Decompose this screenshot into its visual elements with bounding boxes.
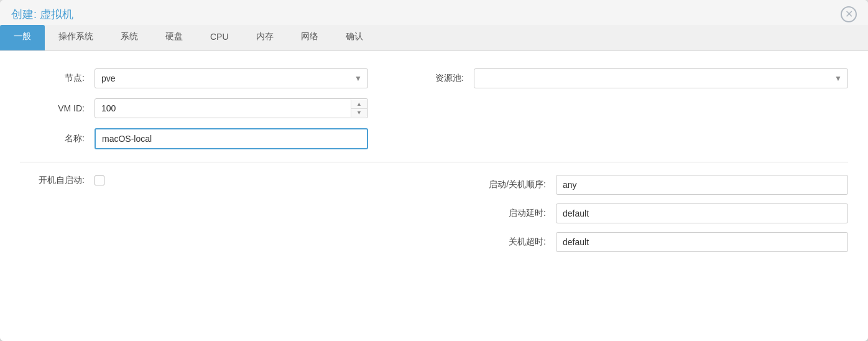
name-input-wrap — [95, 128, 368, 149]
node-select[interactable]: pve — [95, 68, 368, 88]
vmid-spinner-buttons: ▲ ▼ — [351, 100, 367, 117]
vmid-row: VM ID: ▲ ▼ — [20, 98, 848, 118]
boot-delay-row: 启动延时: — [475, 203, 848, 223]
tab-bar: 一般 操作系统 系统 硬盘 CPU 内存 网络 确认 — [0, 25, 868, 51]
resource-pool-select-wrap: ▼ — [474, 68, 848, 88]
section-divider — [20, 162, 848, 162]
vmid-decrement-button[interactable]: ▼ — [351, 109, 367, 118]
boot-delay-label: 启动延时: — [475, 208, 556, 219]
shutdown-timeout-row: 关机超时: — [475, 232, 848, 252]
autostart-label: 开机自启动: — [20, 175, 95, 186]
shutdown-timeout-input[interactable] — [556, 232, 848, 252]
shutdown-timeout-label: 关机超时: — [475, 236, 556, 248]
create-vm-dialog: 创建: 虚拟机 ✕ 一般 操作系统 系统 硬盘 CPU 内存 网络 确认 节点:… — [0, 0, 868, 341]
resource-pool-select-wrapper: ▼ — [474, 68, 848, 88]
name-input[interactable] — [95, 128, 368, 149]
node-select-wrapper: pve ▼ — [95, 68, 368, 88]
tab-network[interactable]: 网络 — [287, 25, 332, 50]
boot-order-label: 启动/关机顺序: — [475, 179, 556, 190]
name-row: 名称: — [20, 128, 848, 149]
bottom-section: 开机自启动: 启动/关机顺序: 启动延时: — [20, 175, 848, 252]
boot-order-input-wrap — [556, 175, 848, 195]
resource-pool-label: 资源池: — [418, 73, 474, 84]
dialog-title: 创建: 虚拟机 — [11, 7, 73, 22]
boot-order-input[interactable] — [556, 175, 848, 195]
left-col: 开机自启动: — [20, 175, 104, 186]
node-row: 节点: pve ▼ 资源池: ▼ — [20, 68, 848, 88]
boot-delay-input[interactable] — [556, 203, 848, 223]
close-button[interactable]: ✕ — [841, 6, 857, 22]
node-select-wrap: pve ▼ — [95, 68, 368, 88]
resource-pool-select[interactable] — [474, 68, 848, 88]
name-label: 名称: — [20, 133, 95, 144]
tab-os[interactable]: 操作系统 — [45, 25, 107, 50]
tab-system[interactable]: 系统 — [107, 25, 152, 50]
vmid-spinner-wrapper: ▲ ▼ — [95, 98, 368, 118]
right-col: 启动/关机顺序: 启动延时: 关机超时: — [475, 175, 848, 252]
dialog-header: 创建: 虚拟机 ✕ — [0, 0, 868, 25]
node-label: 节点: — [20, 73, 95, 84]
tab-general[interactable]: 一般 — [0, 25, 45, 50]
boot-order-row: 启动/关机顺序: — [475, 175, 848, 195]
vmid-label: VM ID: — [20, 103, 95, 113]
shutdown-timeout-input-wrap — [556, 232, 848, 252]
autostart-checkbox[interactable] — [95, 175, 104, 185]
tab-cpu[interactable]: CPU — [196, 26, 242, 50]
tab-disk[interactable]: 硬盘 — [152, 25, 196, 50]
vmid-input-wrap: ▲ ▼ — [95, 98, 368, 118]
dialog-body: 节点: pve ▼ 资源池: ▼ — [0, 51, 868, 341]
vmid-increment-button[interactable]: ▲ — [351, 100, 367, 109]
tab-confirm[interactable]: 确认 — [332, 25, 377, 50]
vmid-input[interactable] — [95, 98, 368, 118]
tab-memory[interactable]: 内存 — [242, 25, 287, 50]
boot-delay-input-wrap — [556, 203, 848, 223]
autostart-row: 开机自启动: — [20, 175, 104, 186]
